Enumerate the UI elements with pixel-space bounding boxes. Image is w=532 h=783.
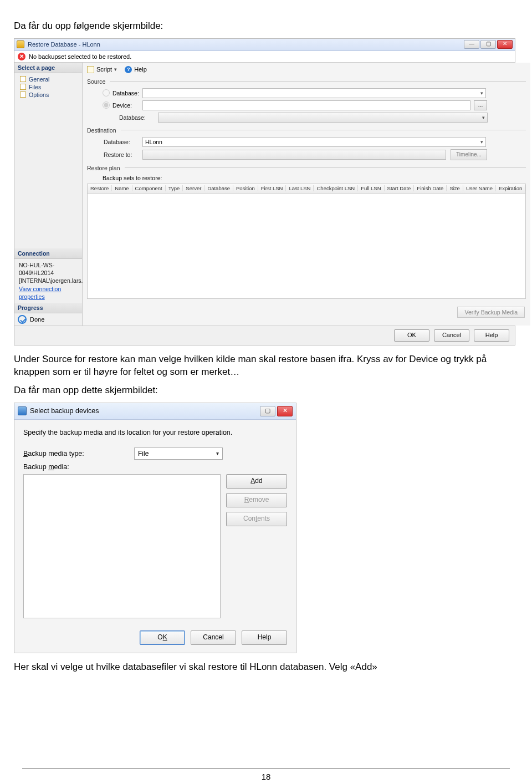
dialog-cancel-button[interactable]: Cancel: [191, 631, 236, 645]
connection-info: NO-HUL-WS-0049\HL2014 [INTERNAL\joergen.…: [14, 259, 82, 303]
dest-database-field[interactable]: HLonn: [142, 137, 486, 147]
add-button[interactable]: Add: [226, 474, 287, 489]
restore-database-window: Restore Database - HLonn — ▢ ✕ ✕ No back…: [14, 38, 515, 345]
left-sidebar: Select a page General Files Options Conn…: [14, 63, 83, 326]
select-backup-devices-dialog: Select backup devices ▢ ✕ Specify the ba…: [14, 403, 296, 653]
alert-text: No backupset selected to be restored.: [29, 53, 131, 60]
source-group: Source Database: Device: ... Database:: [87, 78, 526, 123]
backup-media-list[interactable]: [23, 474, 221, 618]
dialog-icon: [18, 406, 27, 415]
backup-sets-table-header: Restore Name Component Type Server Datab…: [87, 184, 526, 194]
help-icon: ?: [125, 66, 132, 73]
restore-to-field: [142, 150, 446, 160]
dialog-title: Select backup devices: [30, 407, 260, 415]
connection-header: Connection: [14, 248, 82, 259]
browse-device-button[interactable]: ...: [474, 100, 487, 110]
help-button[interactable]: Help: [474, 329, 509, 342]
doc-para2: Da får man opp dette skjermbildet:: [14, 384, 510, 397]
sidebar-item-files[interactable]: Files: [14, 83, 82, 91]
progress-done-icon: [18, 315, 27, 324]
main-panel: Script ▾ ? Help Source Database: Device:: [83, 63, 530, 326]
sidebar-item-options[interactable]: Options: [14, 91, 82, 99]
dialog-close-button[interactable]: ✕: [277, 406, 293, 416]
source-device-radio[interactable]: Device:: [87, 101, 142, 109]
verify-backup-media-button[interactable]: Verify Backup Media: [457, 307, 525, 318]
chevron-down-icon[interactable]: ▾: [114, 67, 117, 72]
restore-to-label: Restore to:: [87, 151, 142, 158]
dialog-maximize-button[interactable]: ▢: [260, 406, 275, 416]
dialog-description: Specify the backup media and its locatio…: [23, 429, 287, 436]
contents-button[interactable]: Contents: [226, 512, 287, 526]
destination-group: Destination Database: HLonn Restore to: …: [87, 127, 526, 160]
backup-media-type-select[interactable]: File: [134, 448, 223, 460]
source-device-field[interactable]: [142, 100, 470, 110]
toolbar: Script ▾ ? Help: [87, 65, 526, 77]
backup-media-type-label: Backup media type:: [23, 450, 134, 457]
source-db2-label: Database:: [87, 114, 142, 121]
select-page-header: Select a page: [14, 63, 82, 73]
cancel-button[interactable]: Cancel: [434, 329, 469, 342]
timeline-button[interactable]: Timeline...: [451, 149, 487, 160]
page-icon: [20, 76, 26, 82]
dialog-help-button[interactable]: Help: [242, 631, 287, 645]
doc-intro: Da får du opp følgende skjermbilde:: [14, 20, 510, 33]
window-footer: OK Cancel Help: [14, 326, 515, 345]
page-icon: [20, 91, 26, 98]
progress-header: Progress: [14, 303, 82, 313]
dialog-titlebar: Select backup devices ▢ ✕: [14, 403, 296, 420]
sidebar-item-general[interactable]: General: [14, 75, 82, 83]
view-connection-properties-link[interactable]: View connection properties: [19, 286, 61, 300]
remove-button[interactable]: Remove: [226, 493, 287, 507]
titlebar: Restore Database - HLonn — ▢ ✕: [14, 39, 515, 51]
page-icon: [20, 84, 26, 90]
alert-bar: ✕ No backupset selected to be restored.: [14, 51, 515, 63]
dialog-ok-button[interactable]: OK: [140, 631, 185, 645]
backup-media-label: Backup media:: [23, 463, 134, 471]
restore-plan-group: Restore plan Backup sets to restore: Res…: [87, 165, 526, 299]
close-button[interactable]: ✕: [497, 40, 513, 49]
maximize-button[interactable]: ▢: [480, 40, 496, 49]
doc-para1: Under Source for restore kan man velge h…: [14, 353, 510, 379]
ok-button[interactable]: OK: [394, 329, 429, 342]
dialog-footer: OK Cancel Help: [14, 624, 296, 653]
backup-sets-label: Backup sets to restore:: [87, 175, 526, 184]
doc-para3: Her skal vi velge ut hvilke databasefile…: [14, 661, 510, 674]
progress-row: Done: [14, 313, 82, 326]
progress-state: Done: [30, 316, 44, 323]
source-database-radio[interactable]: Database:: [87, 89, 142, 96]
help-button[interactable]: Help: [134, 66, 147, 73]
source-database-field[interactable]: [142, 88, 486, 98]
source-db2-field[interactable]: [158, 113, 488, 123]
window-title: Restore Database - HLonn: [28, 41, 464, 48]
page-footer: 18: [22, 768, 510, 781]
dest-database-label: Database:: [87, 139, 142, 145]
minimize-button[interactable]: —: [464, 40, 479, 49]
backup-sets-table-body: [87, 194, 526, 299]
database-icon: [17, 40, 24, 48]
script-icon: [87, 66, 94, 73]
script-button[interactable]: Script: [96, 66, 112, 73]
error-icon: ✕: [18, 53, 25, 60]
page-number: 18: [262, 772, 271, 781]
